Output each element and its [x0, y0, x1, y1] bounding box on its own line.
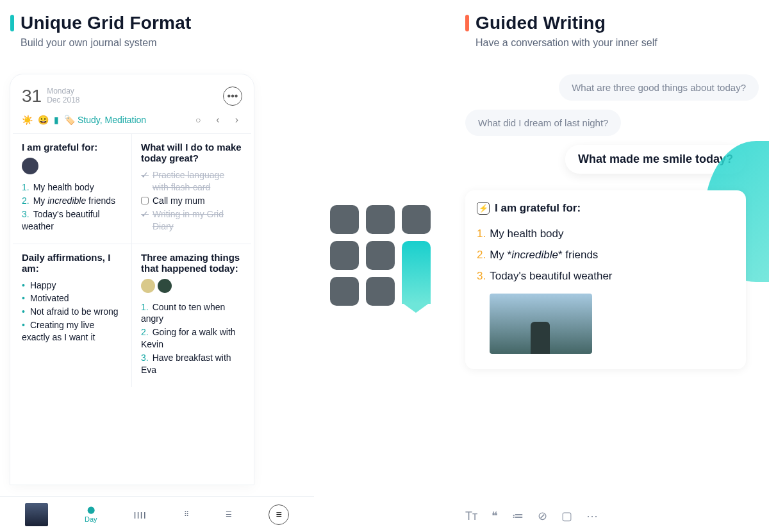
cell-grateful[interactable]: I am grateful for: My health body My inc… [13, 133, 132, 244]
check-button[interactable]: ⊘ [538, 509, 547, 523]
editor-toolbar: Tт ❝ ≔ ⊘ ▢ ⋯ [465, 509, 759, 523]
weather-icon: ☀️ [22, 115, 33, 125]
list-item: Today's beautiful weather [477, 266, 734, 287]
list-item: My *incredible* friends [477, 245, 734, 266]
list-item: My incredible friends [22, 194, 122, 208]
more-button[interactable]: ⋯ [586, 509, 598, 523]
app-logo [314, 0, 455, 532]
checkbox-icon [141, 197, 149, 204]
tag-icon: 🏷️ [64, 115, 75, 125]
attachment-icon [158, 279, 172, 293]
subtitle-grid: Build your own journal system [21, 37, 304, 49]
list-item: Creating my live exactly as I want it [22, 319, 122, 344]
list-item: My health body [22, 181, 122, 194]
heading-guided: Guided Writing [475, 13, 606, 33]
list-item: Have breakfast with Eva [141, 351, 242, 377]
reply-card[interactable]: ⚡ I am grateful for: My health body My *… [465, 190, 746, 369]
prompt-bubble[interactable]: What did I dream of last night? [465, 110, 621, 136]
list-item: Motivated [22, 292, 122, 305]
quote-button[interactable]: ❝ [492, 509, 498, 523]
more-button[interactable]: ••• [223, 87, 242, 106]
subtitle-guided: Have a conversation with your inner self [475, 37, 759, 49]
image-button[interactable]: ▢ [561, 509, 572, 523]
tag-label: Study, Meditation [78, 115, 146, 125]
reply-title: I am grateful for: [495, 202, 581, 215]
date-weekday: Monday [47, 87, 79, 96]
list-item: Happy [22, 279, 122, 292]
panel-grid-format: Unique Grid Format Build your own journa… [0, 0, 314, 532]
list-item: Count to ten when angry [141, 301, 242, 326]
todo-item[interactable]: ✓Writing in my Grid Diary [141, 208, 242, 233]
date-day: 31 [22, 86, 42, 106]
date-month-year: Dec 2018 [47, 96, 79, 105]
cell-grateful-title: I am grateful for: [22, 142, 122, 153]
list-item: Going for a walk with Kevin [141, 326, 242, 351]
photo-attachment[interactable] [490, 294, 592, 354]
cell-affirmations[interactable]: Daily affirmations, I am: Happy Motivate… [13, 244, 132, 387]
heading-grid: Unique Grid Format [21, 13, 192, 33]
sync-icon[interactable]: ○ [192, 115, 204, 125]
tag-chip[interactable]: 🏷️ Study, Meditation [64, 115, 146, 125]
list-button[interactable]: ≔ [512, 509, 524, 523]
bolt-icon: ⚡ [477, 202, 490, 215]
check-icon: ✓ [141, 208, 149, 233]
cell-today-title: What will I do to make today great? [141, 142, 242, 163]
bookmark-icon: ▮ [54, 115, 59, 125]
next-day-button[interactable]: › [231, 114, 242, 126]
accent-bar-orange [465, 15, 469, 31]
cell-amazing-title: Three amazing things that happened today… [141, 252, 242, 274]
mood-icon: 😀 [38, 115, 49, 125]
avatar-icon [22, 158, 38, 174]
panel-guided-writing: Guided Writing Have a conversation with … [455, 0, 769, 532]
accent-bar-teal [10, 15, 14, 31]
list-item: My health body [477, 224, 734, 245]
attachment-icon [141, 279, 155, 293]
cell-amazing[interactable]: Three amazing things that happened today… [132, 244, 251, 387]
cell-affirm-title: Daily affirmations, I am: [22, 252, 122, 274]
check-icon: ✓ [141, 169, 149, 194]
prompt-bubble[interactable]: What are three good things about today? [559, 74, 759, 101]
list-item: Today's beautiful weather [22, 208, 122, 233]
phone-mock-grid: 31 Monday Dec 2018 ••• ☀️ 😀 ▮ 🏷️ Study, … [10, 74, 254, 485]
todo-item[interactable]: ✓Practice language with flash-card [141, 169, 242, 194]
prev-day-button[interactable]: ‹ [212, 114, 223, 126]
cell-today-great[interactable]: What will I do to make today great? ✓Pra… [132, 133, 251, 244]
todo-item[interactable]: Call my mum [141, 194, 242, 208]
list-item: Not afraid to be wrong [22, 305, 122, 319]
text-style-button[interactable]: Tт [465, 510, 477, 523]
